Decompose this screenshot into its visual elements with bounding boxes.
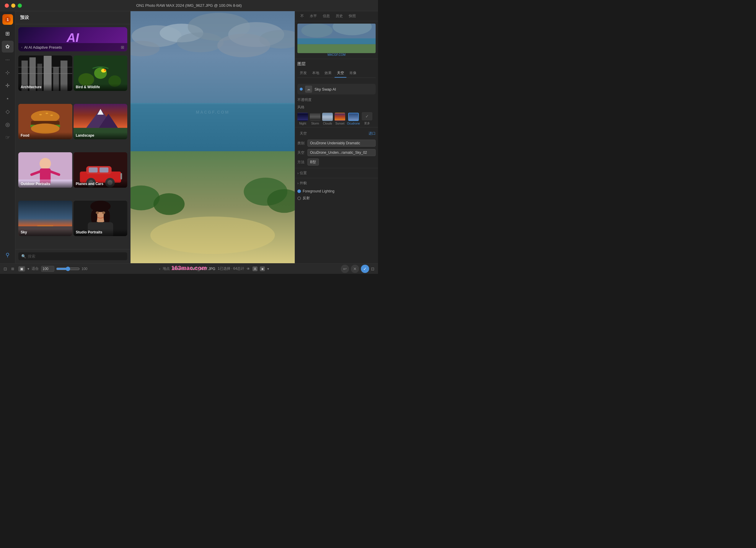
- svg-point-22: [39, 114, 42, 115]
- canvas-area: MACGF.COM: [131, 11, 295, 263]
- sky-style-night-label: Night: [299, 122, 306, 125]
- more-icon: ···: [5, 57, 10, 63]
- cancel-button[interactable]: ✕: [351, 265, 359, 273]
- sky-style-more[interactable]: ✓ 更多: [362, 112, 372, 125]
- preset-card-outdoor[interactable]: Outdoor Portraits: [18, 152, 72, 188]
- foreground-radio[interactable]: [297, 190, 301, 193]
- preset-card-architecture[interactable]: Architecture: [18, 56, 72, 91]
- browse-icon: ⊞: [5, 30, 10, 37]
- chevron-left-icon[interactable]: ‹: [159, 267, 160, 271]
- position-label[interactable]: › 位置: [297, 171, 376, 176]
- preset-card-studio[interactable]: Studio Portraits: [74, 201, 128, 236]
- sidebar-item-search[interactable]: ⚲: [2, 249, 14, 261]
- sky-style-night[interactable]: Night: [297, 113, 308, 125]
- view-chevron-icon[interactable]: ▾: [27, 267, 29, 271]
- search-input[interactable]: [28, 254, 124, 259]
- sidebar-item-finger[interactable]: ☞: [2, 132, 14, 144]
- sidebar-item-move[interactable]: ✛: [2, 80, 14, 92]
- folder-label[interactable]: Pictures: [172, 267, 185, 271]
- foreground-lighting-row[interactable]: Foreground Lighting: [295, 188, 378, 195]
- close-button[interactable]: [5, 4, 9, 8]
- zoom-slider[interactable]: [56, 267, 80, 271]
- status-chevron-icon[interactable]: ▾: [267, 267, 269, 271]
- filename-label[interactable]: IMG_9627.JPG: [191, 267, 215, 271]
- search-active-icon: ⚲: [6, 252, 9, 258]
- crop-icon: ⊹: [5, 69, 10, 76]
- main-layout: 1 ⊞ ✿ ··· ⊹ ✛ ⋆ ◇ ◎ ☞ ⚲: [0, 11, 378, 263]
- maximize-button[interactable]: [18, 4, 22, 8]
- layer-tab-sky[interactable]: 天空: [335, 69, 346, 78]
- sky-style-storm[interactable]: Storm: [310, 113, 320, 125]
- tab-history[interactable]: 历史: [333, 11, 346, 21]
- sky-select[interactable]: OcuDrone_Unden...ramatic_Sky_02: [307, 149, 376, 156]
- label-a-icon[interactable]: A: [252, 267, 258, 271]
- sidebar-toggle-icon[interactable]: ⊡: [4, 267, 7, 271]
- layers-section: 图层 开发 本地 效果 天空 肖像: [295, 59, 378, 83]
- reflection-radio[interactable]: [297, 197, 301, 200]
- sky-style-ocudrone[interactable]: Ocudrone: [347, 113, 360, 125]
- sidebar-item-more[interactable]: ···: [2, 54, 14, 66]
- expand-icon[interactable]: ⊡: [371, 267, 374, 271]
- preset-card-bird[interactable]: Bird & Wildlife: [74, 56, 128, 91]
- sidebar-item-nodes[interactable]: ◎: [2, 119, 14, 131]
- category-label: 类别: [297, 141, 306, 146]
- eye-icon[interactable]: 👁: [247, 267, 250, 271]
- status-left: ⊡ ⊞ ▣ ▾ 适合 100: [4, 266, 87, 272]
- import-button[interactable]: 进口: [369, 131, 376, 136]
- sky-row: 天空 OcuDrone_Unden...ramatic_Sky_02: [295, 148, 378, 157]
- right-top-tabs: 不 水平 信息 历史 快照: [295, 11, 378, 21]
- method-label: 方法: [297, 160, 306, 165]
- appearance-label[interactable]: › 外貌: [297, 181, 376, 186]
- right-photo-thumb: MACGF.COM: [295, 21, 378, 59]
- view-btn-single[interactable]: ▣: [18, 266, 25, 272]
- layer-tab-local[interactable]: 本地: [310, 69, 322, 78]
- reflection-row[interactable]: 反射: [295, 195, 378, 202]
- svg-point-23: [45, 113, 48, 114]
- preset-card-landscape[interactable]: Landscape: [74, 104, 128, 139]
- tab-info[interactable]: 信息: [320, 11, 333, 21]
- grid-icon: ⊞: [121, 45, 124, 50]
- sidebar-item-eraser[interactable]: ◇: [2, 106, 14, 118]
- view-btn-grid[interactable]: ⊞: [9, 266, 16, 272]
- sidebar-item-develop[interactable]: ✿: [2, 41, 14, 53]
- chevron-right-icon: ›: [297, 171, 299, 175]
- sidebar-item-crop[interactable]: ⊹: [2, 67, 14, 79]
- undo-button[interactable]: ↩: [341, 265, 349, 273]
- sidebar-item-browse[interactable]: ⊞: [2, 28, 14, 40]
- ai-banner[interactable]: AI ‹ Al AI Adaptive Presets ⊞: [18, 27, 127, 51]
- sky-style-sunset[interactable]: Sunset: [335, 113, 345, 125]
- window-title: ON1 Photo RAW MAX 2024 (IMG_9627.JPG @ 1…: [136, 3, 242, 8]
- svg-rect-67: [131, 103, 295, 159]
- traffic-lights: [5, 4, 22, 8]
- presets-header: 预设: [15, 11, 130, 24]
- square-icon[interactable]: ■: [260, 267, 265, 271]
- tab-snapshot[interactable]: 快照: [346, 11, 359, 21]
- svg-rect-78: [297, 38, 376, 44]
- zoom-max-label: 100: [82, 267, 87, 271]
- layer-tab-portrait[interactable]: 肖像: [347, 69, 359, 78]
- tab-horizontal[interactable]: 水平: [307, 11, 320, 21]
- bottom-actions: ↩ ✕ ✓ ⊡: [341, 265, 374, 273]
- svg-rect-9: [18, 73, 72, 74]
- zoom-input[interactable]: [41, 266, 54, 272]
- presets-grid: Architecture Bird & Wildlife: [15, 54, 130, 249]
- layer-tab-effects[interactable]: 效果: [322, 69, 334, 78]
- preset-card-sky[interactable]: Sky: [18, 201, 72, 236]
- preset-card-food[interactable]: Food: [18, 104, 72, 139]
- confirm-button[interactable]: ✓: [361, 265, 369, 273]
- svg-rect-41: [100, 167, 108, 172]
- move-icon: ✛: [5, 82, 10, 89]
- minimize-button[interactable]: [11, 4, 15, 8]
- preset-label-bird: Bird & Wildlife: [74, 84, 128, 91]
- category-select[interactable]: OcuDrone Undeniably Dramatic: [307, 140, 376, 147]
- layer-tab-develop[interactable]: 开发: [297, 69, 309, 78]
- tab-bu[interactable]: 不: [297, 11, 307, 21]
- titlebar: ON1 Photo RAW MAX 2024 (IMG_9627.JPG @ 1…: [0, 0, 378, 11]
- location-label: 地点: [163, 266, 170, 271]
- svg-rect-68: [131, 103, 295, 104]
- preset-card-planes[interactable]: Planes and Cars: [74, 152, 128, 188]
- method-select[interactable]: B型: [307, 159, 319, 166]
- svg-point-14: [104, 69, 106, 71]
- sky-style-clouds[interactable]: Clouds: [322, 113, 333, 125]
- sidebar-item-brush[interactable]: ⋆: [2, 93, 14, 105]
